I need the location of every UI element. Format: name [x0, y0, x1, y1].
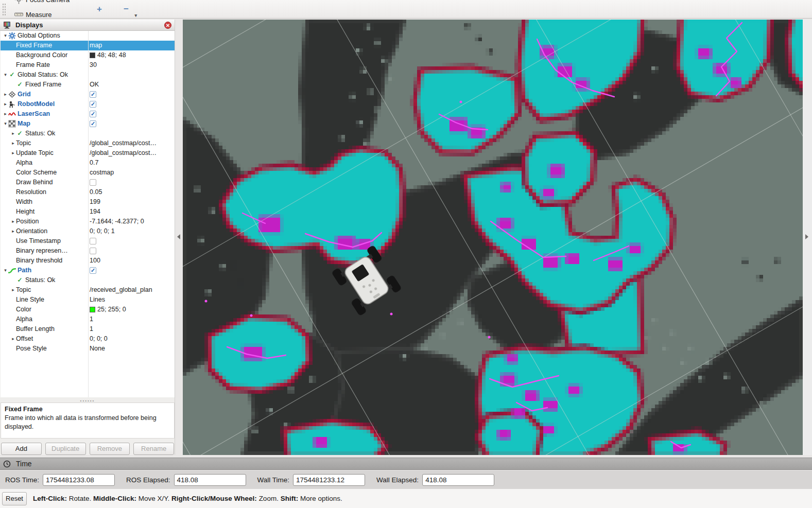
tree-row-resolution[interactable]: Resolution0.05 — [1, 187, 175, 197]
property-value[interactable]: 100 — [90, 256, 100, 266]
tree-row-binary-threshold[interactable]: Binary threshold100 — [1, 256, 175, 266]
tree-row-binary-represen-[interactable]: Binary represen… — [1, 246, 175, 256]
checkbox-checked[interactable]: ✓ — [90, 120, 96, 127]
tree-row-buffer-length[interactable]: Buffer Length1 — [1, 324, 175, 334]
zoom-out-button[interactable]: −▾ — [118, 4, 134, 14]
tree-row-background-color[interactable]: Background Color48; 48; 48 — [1, 50, 175, 60]
tree-row-color[interactable]: Color25; 255; 0 — [1, 305, 175, 314]
expander-right-icon[interactable]: ▸ — [3, 99, 8, 109]
property-value[interactable]: 0.7 — [90, 158, 98, 168]
expander-right-icon[interactable]: ▸ — [10, 285, 16, 295]
tree-row-use-timestamp[interactable]: Use Timestamp — [1, 236, 175, 246]
property-name: Width — [16, 197, 32, 207]
tree-row-fixed-frame[interactable]: ✓Fixed FrameOK — [1, 80, 175, 90]
expander-right-icon[interactable]: ▸ — [10, 217, 16, 226]
time-panel-header[interactable]: Time — [0, 458, 812, 470]
property-value[interactable]: Lines — [90, 295, 105, 305]
tree-row-pose-style[interactable]: Pose StyleNone — [1, 344, 175, 354]
expander-right-icon[interactable]: ▸ — [10, 138, 16, 148]
collapse-left-icon[interactable] — [177, 234, 180, 239]
property-value[interactable]: 25; 255; 0 — [97, 305, 126, 314]
tree-row-offset[interactable]: ▸Offset0; 0; 0 — [1, 334, 175, 344]
remove-button[interactable]: Remove — [90, 443, 130, 455]
expander-right-icon[interactable]: ▸ — [10, 334, 16, 344]
property-value[interactable]: 194 — [90, 207, 100, 217]
checkbox-unchecked[interactable] — [90, 238, 96, 244]
property-value[interactable]: map — [90, 41, 102, 50]
zoom-in-button[interactable]: + — [92, 4, 107, 14]
tree-row-width[interactable]: Width199 — [1, 197, 175, 207]
tree-row-line-style[interactable]: Line StyleLines — [1, 295, 175, 305]
expander-right-icon[interactable]: ▸ — [3, 109, 8, 119]
reset-button[interactable]: Reset — [2, 492, 27, 505]
rename-button[interactable]: Rename — [133, 443, 174, 455]
tool-focus-camera[interactable]: Focus Camera — [9, 0, 84, 7]
expander-right-icon[interactable]: ▸ — [3, 90, 8, 99]
tree-row-topic[interactable]: ▸Topic/received_global_plan — [1, 285, 175, 295]
tree-row-status-ok[interactable]: ✓Status: Ok — [1, 275, 175, 285]
expander-down-icon[interactable]: ▾ — [3, 119, 8, 129]
tree-row-height[interactable]: Height194 — [1, 207, 175, 217]
tree-row-global-status-ok[interactable]: ▾✓Global Status: Ok — [1, 70, 175, 80]
duplicate-button[interactable]: Duplicate — [45, 443, 86, 455]
checkbox-checked[interactable]: ✓ — [90, 91, 96, 98]
property-value[interactable]: /global_costmap/cost… — [90, 138, 157, 148]
tree-row-global-options[interactable]: ▾Global Options — [1, 31, 175, 41]
time-field-input[interactable]: 418.08 — [422, 474, 494, 486]
property-value[interactable]: -7.1644; -4.2377; 0 — [90, 217, 144, 226]
time-field-input[interactable]: 1754481233.08 — [43, 474, 115, 486]
tree-row-draw-behind[interactable]: Draw Behind — [1, 178, 175, 187]
expander-down-icon[interactable]: ▾ — [3, 31, 8, 41]
displays-panel-header[interactable]: Displays ✕ — [0, 20, 175, 31]
property-value[interactable]: 48; 48; 48 — [97, 50, 126, 60]
property-value[interactable]: 1 — [90, 324, 93, 334]
tree-row-fixed-frame[interactable]: Fixed Framemap — [1, 41, 175, 50]
property-value[interactable]: /global_costmap/cost… — [90, 148, 157, 158]
close-icon[interactable]: ✕ — [164, 22, 171, 29]
checkbox-unchecked[interactable] — [90, 248, 96, 254]
property-value[interactable]: 0; 0; 0 — [90, 334, 108, 344]
property-value[interactable]: OK — [90, 80, 99, 90]
property-value[interactable]: costmap — [90, 168, 114, 178]
tree-row-robotmodel[interactable]: ▸RobotModel✓ — [1, 99, 175, 109]
tree-row-map[interactable]: ▾Map✓ — [1, 119, 175, 129]
property-value[interactable]: /received_global_plan — [90, 285, 152, 295]
render-viewport[interactable] — [183, 20, 803, 455]
property-name: Orientation — [16, 226, 47, 236]
checkbox-checked[interactable]: ✓ — [90, 111, 96, 117]
expander-right-icon[interactable]: ▸ — [10, 129, 16, 138]
expander-down-icon[interactable]: ▾ — [3, 266, 8, 275]
time-field-input[interactable]: 418.08 — [174, 474, 246, 486]
property-value[interactable]: 1 — [90, 314, 93, 324]
expander-right-icon[interactable]: ▸ — [10, 226, 16, 236]
collapse-right-icon[interactable] — [805, 234, 808, 239]
time-field-input[interactable]: 1754481233.12 — [293, 474, 365, 486]
tree-row-grid[interactable]: ▸Grid✓ — [1, 90, 175, 99]
property-value[interactable]: 0; 0; 0; 1 — [90, 226, 115, 236]
tree-row-frame-rate[interactable]: Frame Rate30 — [1, 60, 175, 70]
tree-row-update-topic[interactable]: ▸Update Topic/global_costmap/cost… — [1, 148, 175, 158]
expander-right-icon[interactable]: ▸ — [10, 148, 16, 158]
add-button[interactable]: Add — [1, 443, 42, 455]
checkbox-checked[interactable]: ✓ — [90, 267, 96, 274]
tree-row-position[interactable]: ▸Position-7.1644; -4.2377; 0 — [1, 217, 175, 226]
tree-row-path[interactable]: ▾Path✓ — [1, 266, 175, 275]
property-value[interactable]: 30 — [90, 60, 97, 70]
grid-overlay-canvas — [183, 20, 803, 455]
toolbar-grip[interactable] — [2, 3, 6, 15]
property-value[interactable]: None — [90, 344, 105, 354]
tree-row-alpha[interactable]: Alpha1 — [1, 314, 175, 324]
tree-row-color-scheme[interactable]: Color Schemecostmap — [1, 168, 175, 178]
expander-down-icon[interactable]: ▾ — [3, 70, 8, 80]
property-value[interactable]: 199 — [90, 197, 100, 207]
tree-row-laserscan[interactable]: ▸LaserScan✓ — [1, 109, 175, 119]
tree-row-orientation[interactable]: ▸Orientation0; 0; 0; 1 — [1, 226, 175, 236]
path-icon — [8, 267, 16, 274]
tree-row-status-ok[interactable]: ▸✓Status: Ok — [1, 129, 175, 138]
tree-row-alpha[interactable]: Alpha0.7 — [1, 158, 175, 168]
tree-row-topic[interactable]: ▸Topic/global_costmap/cost… — [1, 138, 175, 148]
property-value[interactable]: 0.05 — [90, 187, 102, 197]
checkbox-checked[interactable]: ✓ — [90, 101, 96, 108]
checkbox-unchecked[interactable] — [90, 179, 96, 186]
toolbar-overflow-icon[interactable]: ▾ — [134, 13, 137, 18]
